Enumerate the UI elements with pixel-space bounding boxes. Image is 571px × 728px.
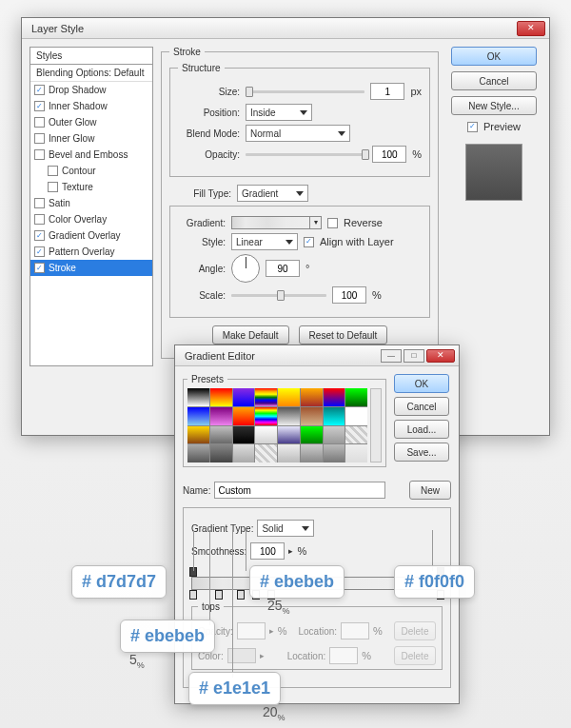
angle-input[interactable] bbox=[266, 260, 300, 277]
preset-swatch[interactable] bbox=[301, 426, 323, 444]
ge-name-input[interactable] bbox=[214, 482, 385, 499]
preset-swatch[interactable] bbox=[301, 407, 323, 425]
structure-legend: Structure bbox=[178, 63, 225, 73]
preset-swatch[interactable] bbox=[233, 444, 255, 462]
preset-swatch[interactable] bbox=[187, 388, 209, 406]
style-item-texture[interactable]: Texture bbox=[30, 179, 152, 195]
ge-load-button[interactable]: Load... bbox=[394, 420, 449, 439]
preset-swatch[interactable] bbox=[345, 407, 367, 425]
opacity-slider[interactable] bbox=[246, 153, 366, 156]
preset-swatch[interactable] bbox=[345, 444, 367, 462]
style-item-contour[interactable]: Contour bbox=[30, 163, 152, 179]
preset-swatch[interactable] bbox=[301, 388, 323, 406]
ok-button[interactable]: OK bbox=[451, 47, 537, 66]
preset-swatch[interactable] bbox=[324, 407, 345, 425]
style-item-pattern-overlay[interactable]: Pattern Overlay bbox=[30, 244, 152, 260]
preset-swatch[interactable] bbox=[255, 426, 277, 444]
blending-options[interactable]: Blending Options: Default bbox=[30, 65, 152, 82]
style-item-color-overlay[interactable]: Color Overlay bbox=[30, 211, 152, 227]
style-item-inner-glow[interactable]: Inner Glow bbox=[30, 130, 152, 147]
ge-cancel-button[interactable]: Cancel bbox=[394, 397, 449, 416]
color-stop[interactable] bbox=[215, 590, 223, 600]
ge-close-icon[interactable]: ✕ bbox=[426, 349, 455, 363]
color-stop[interactable] bbox=[189, 590, 197, 600]
style-checkbox[interactable] bbox=[48, 182, 58, 192]
reset-default-button[interactable]: Reset to Default bbox=[299, 325, 388, 344]
style-item-stroke[interactable]: Stroke bbox=[30, 260, 152, 276]
opacity-input[interactable] bbox=[372, 146, 406, 163]
preset-swatch[interactable] bbox=[278, 444, 300, 462]
new-style-button[interactable]: New Style... bbox=[451, 96, 537, 115]
preset-swatch[interactable] bbox=[301, 444, 323, 462]
align-checkbox[interactable] bbox=[304, 237, 314, 247]
scale-input[interactable] bbox=[332, 286, 366, 304]
preset-swatch[interactable] bbox=[324, 426, 345, 444]
preset-swatch[interactable] bbox=[324, 388, 345, 406]
presets-scrollbar[interactable] bbox=[370, 388, 382, 462]
style-item-bevel-and-emboss[interactable]: Bevel and Emboss bbox=[30, 147, 152, 163]
preset-grid[interactable] bbox=[187, 388, 367, 462]
style-checkbox[interactable] bbox=[34, 246, 45, 257]
ge-title: Gradient Editor bbox=[179, 350, 381, 362]
style-item-satin[interactable]: Satin bbox=[30, 195, 152, 211]
preset-swatch[interactable] bbox=[278, 388, 300, 406]
style-item-outer-glow[interactable]: Outer Glow bbox=[30, 114, 152, 130]
style-checkbox[interactable] bbox=[34, 133, 45, 144]
preset-swatch[interactable] bbox=[255, 444, 277, 462]
styles-header[interactable]: Styles bbox=[30, 48, 152, 65]
color-stop[interactable] bbox=[237, 590, 245, 600]
preset-swatch[interactable] bbox=[255, 407, 277, 425]
preset-swatch[interactable] bbox=[210, 388, 232, 406]
preset-swatch[interactable] bbox=[278, 426, 300, 444]
preset-swatch[interactable] bbox=[210, 407, 232, 425]
scale-slider[interactable] bbox=[231, 294, 326, 297]
preview-checkbox[interactable] bbox=[467, 122, 478, 132]
preset-swatch[interactable] bbox=[210, 426, 232, 444]
angle-dial[interactable] bbox=[231, 254, 260, 283]
preset-swatch[interactable] bbox=[255, 388, 277, 406]
style-checkbox[interactable] bbox=[48, 166, 58, 176]
titlebar[interactable]: Layer Style ✕ bbox=[22, 18, 549, 39]
close-icon[interactable]: ✕ bbox=[517, 21, 545, 36]
preset-swatch[interactable] bbox=[324, 444, 345, 462]
style-checkbox[interactable] bbox=[34, 117, 45, 128]
cancel-button[interactable]: Cancel bbox=[451, 71, 537, 90]
ge-type-dropdown[interactable]: Solid bbox=[257, 520, 314, 537]
preset-swatch[interactable] bbox=[345, 388, 367, 406]
ge-save-button[interactable]: Save... bbox=[394, 443, 449, 462]
make-default-button[interactable]: Make Default bbox=[212, 325, 289, 344]
gradient-swatch[interactable]: ▾ bbox=[231, 216, 322, 229]
style-checkbox[interactable] bbox=[34, 263, 45, 273]
filltype-dropdown[interactable]: Gradient bbox=[237, 185, 308, 202]
minimize-icon[interactable]: — bbox=[381, 349, 402, 363]
style-item-gradient-overlay[interactable]: Gradient Overlay bbox=[30, 227, 152, 244]
style-checkbox[interactable] bbox=[34, 149, 45, 160]
style-checkbox[interactable] bbox=[34, 214, 45, 225]
position-dropdown[interactable]: Inside bbox=[246, 104, 312, 121]
preset-swatch[interactable] bbox=[210, 444, 232, 462]
preset-swatch[interactable] bbox=[233, 426, 255, 444]
preset-swatch[interactable] bbox=[233, 407, 255, 425]
ge-ok-button[interactable]: OK bbox=[394, 374, 449, 393]
gradstyle-dropdown[interactable]: Linear bbox=[231, 233, 298, 250]
style-item-inner-shadow[interactable]: Inner Shadow bbox=[30, 98, 152, 114]
reverse-checkbox[interactable] bbox=[327, 218, 338, 228]
size-input[interactable] bbox=[370, 83, 404, 100]
style-checkbox[interactable] bbox=[34, 85, 45, 95]
preset-swatch[interactable] bbox=[278, 407, 300, 425]
size-slider[interactable] bbox=[246, 90, 364, 93]
blendmode-dropdown[interactable]: Normal bbox=[246, 125, 350, 142]
style-item-drop-shadow[interactable]: Drop Shadow bbox=[30, 82, 152, 98]
ge-new-button[interactable]: New bbox=[409, 481, 451, 500]
preset-swatch[interactable] bbox=[187, 444, 209, 462]
preset-swatch[interactable] bbox=[345, 426, 367, 444]
style-checkbox[interactable] bbox=[34, 230, 45, 241]
style-checkbox[interactable] bbox=[34, 101, 45, 111]
ge-smooth-input[interactable] bbox=[250, 542, 285, 560]
style-checkbox[interactable] bbox=[34, 198, 45, 208]
preset-swatch[interactable] bbox=[233, 388, 255, 406]
preset-swatch[interactable] bbox=[187, 426, 209, 444]
ge-titlebar[interactable]: Gradient Editor — □ ✕ bbox=[175, 345, 459, 366]
maximize-icon[interactable]: □ bbox=[404, 349, 424, 363]
preset-swatch[interactable] bbox=[187, 407, 209, 425]
